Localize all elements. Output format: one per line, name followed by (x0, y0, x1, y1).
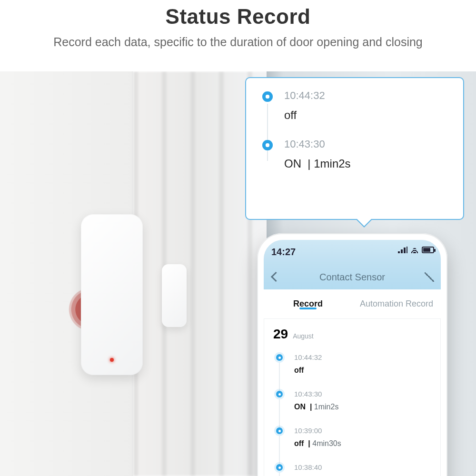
app-header: Contact Sensor (264, 265, 441, 289)
timeline-dot-icon (262, 140, 273, 150)
record-status: off | 4min30s (294, 439, 430, 448)
record-status: off (294, 366, 430, 375)
callout-entry: 10:44:32 off (246, 78, 463, 127)
timeline-dot-icon (262, 91, 273, 102)
statusbar-time: 14:27 (271, 247, 296, 258)
phone-mockup: 14:27 Contact Sensor Record Automation R… (257, 233, 447, 476)
record-time: 10:39:00 (294, 426, 430, 435)
date-day: 29 (273, 327, 288, 342)
callout-time: 10:43:30 (284, 138, 450, 150)
edit-icon[interactable] (425, 272, 434, 282)
tab-automation-record[interactable]: Automation Record (352, 299, 441, 309)
tab-record[interactable]: Record (264, 299, 352, 309)
page-subtitle: Record each data, specific to the durati… (0, 35, 476, 49)
timeline-dot-icon (276, 391, 283, 397)
timeline-dot-icon (276, 354, 283, 361)
date-month: August (293, 332, 314, 340)
date-header: 29 August (264, 319, 441, 345)
callout-status: off (284, 109, 450, 122)
page-title: Status Record (0, 5, 476, 29)
callout-entry: 10:43:30 ON | 1min2s (246, 127, 463, 175)
record-time: 10:44:32 (294, 353, 430, 361)
battery-icon (422, 247, 434, 253)
wifi-icon (410, 247, 419, 253)
cell-signal-icon (398, 247, 407, 253)
list-item[interactable]: 10:44:32 off (274, 347, 430, 383)
callout-status: ON | 1min2s (284, 157, 450, 170)
phone-status-bar: 14:27 (264, 240, 441, 265)
app-title: Contact Sensor (264, 265, 441, 289)
record-time: 10:38:40 (294, 463, 430, 471)
list-item[interactable]: 10:39:00 off | 4min30s (274, 420, 430, 456)
list-item[interactable]: 10:43:30 ON | 1min2s (274, 383, 430, 420)
list-item[interactable]: 10:38:40 ON | 20s (274, 456, 430, 476)
back-icon[interactable] (270, 271, 277, 283)
record-list[interactable]: 10:44:32 off 10:43:30 ON | 1min2s 10:39:… (264, 345, 441, 476)
record-time: 10:43:30 (294, 390, 430, 398)
timeline-dot-icon (276, 464, 283, 471)
record-callout: 10:44:32 off 10:43:30 ON | 1min2s (245, 77, 464, 220)
door-sensor-body (81, 214, 143, 375)
callout-time: 10:44:32 (284, 89, 450, 102)
door-sensor-magnet (162, 264, 187, 327)
timeline-dot-icon (276, 427, 283, 434)
sensor-led-icon (110, 358, 114, 362)
record-status: ON | 1min2s (294, 403, 430, 411)
